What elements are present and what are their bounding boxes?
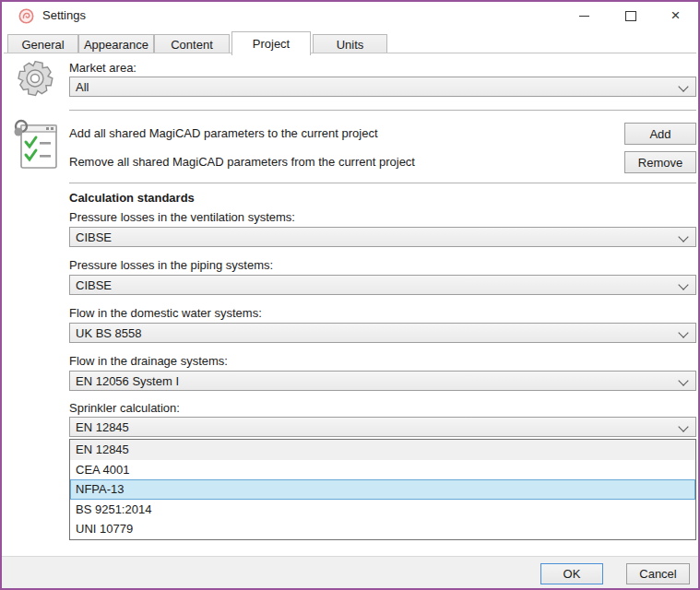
ventilation-pressure-label: Pressure losses in the ventilation syste…: [69, 210, 295, 224]
window-title: Settings: [42, 8, 86, 22]
add-parameters-text: Add all shared MagiCAD parameters to the…: [69, 126, 378, 140]
dropdown-option-en-12845[interactable]: EN 12845: [70, 440, 695, 460]
ventilation-pressure-select[interactable]: CIBSE: [69, 227, 696, 247]
chevron-down-icon: [678, 81, 688, 91]
app-logo-icon: [18, 8, 34, 24]
cancel-button[interactable]: Cancel: [626, 563, 690, 584]
settings-dialog: Settings × General Appearance Content Pr…: [0, 0, 700, 590]
chevron-down-icon: [678, 421, 688, 431]
piping-pressure-select[interactable]: CIBSE: [69, 275, 696, 295]
market-area-label: Market area:: [69, 61, 136, 75]
sprinkler-calculation-select[interactable]: EN 12845: [69, 417, 696, 437]
close-icon: ×: [671, 6, 681, 25]
drainage-flow-select[interactable]: EN 12056 System I: [69, 371, 696, 391]
chevron-down-icon: [678, 375, 688, 385]
tab-project[interactable]: Project: [231, 31, 311, 55]
dropdown-option-bs-9251-2014[interactable]: BS 9251:2014: [70, 500, 695, 520]
chevron-down-icon: [678, 327, 688, 337]
piping-pressure-label: Pressure losses in the piping systems:: [69, 258, 273, 272]
separator: [69, 110, 696, 111]
remove-parameters-text: Remove all shared MagiCAD parameters fro…: [69, 155, 415, 169]
tab-units[interactable]: Units: [313, 34, 387, 54]
market-area-select[interactable]: All: [69, 77, 696, 97]
dropdown-option-nfpa-13[interactable]: NFPA-13: [70, 479, 695, 500]
sprinkler-calculation-label: Sprinkler calculation:: [69, 401, 180, 415]
chevron-down-icon: [678, 231, 688, 242]
title-bar: Settings ×: [2, 2, 698, 30]
project-tab-page: Market area: All Add all shared MagiCAD …: [2, 53, 698, 557]
domestic-water-flow-label: Flow in the domestic water systems:: [69, 306, 262, 320]
dropdown-option-cea-4001[interactable]: CEA 4001: [70, 460, 695, 480]
tab-page-border: [4, 53, 696, 53]
checklist-icon: [11, 118, 61, 177]
gear-icon: [13, 58, 57, 106]
minimize-button[interactable]: [564, 2, 605, 30]
dropdown-option-uni-10779[interactable]: UNI 10779: [70, 519, 695, 539]
minimize-icon: [579, 16, 589, 17]
tab-content[interactable]: Content: [154, 34, 230, 54]
dialog-footer: OK Cancel: [2, 556, 698, 588]
tab-general[interactable]: General: [7, 34, 78, 54]
tab-strip: General Appearance Content Project Units: [2, 30, 698, 55]
drainage-flow-label: Flow in the drainage systems:: [69, 354, 228, 368]
maximize-button[interactable]: [610, 2, 651, 30]
domestic-water-flow-select[interactable]: UK BS 8558: [69, 323, 696, 343]
maximize-icon: [625, 11, 636, 21]
remove-button[interactable]: Remove: [624, 151, 696, 173]
ok-button[interactable]: OK: [540, 563, 603, 584]
chevron-down-icon: [678, 279, 688, 289]
add-button[interactable]: Add: [624, 123, 696, 145]
calculation-standards-heading: Calculation standards: [69, 191, 195, 205]
tab-appearance[interactable]: Appearance: [78, 34, 154, 54]
separator: [69, 183, 696, 183]
close-button[interactable]: ×: [655, 2, 696, 30]
sprinkler-dropdown-list: EN 12845 CEA 4001 NFPA-13 BS 9251:2014 U…: [69, 439, 696, 540]
